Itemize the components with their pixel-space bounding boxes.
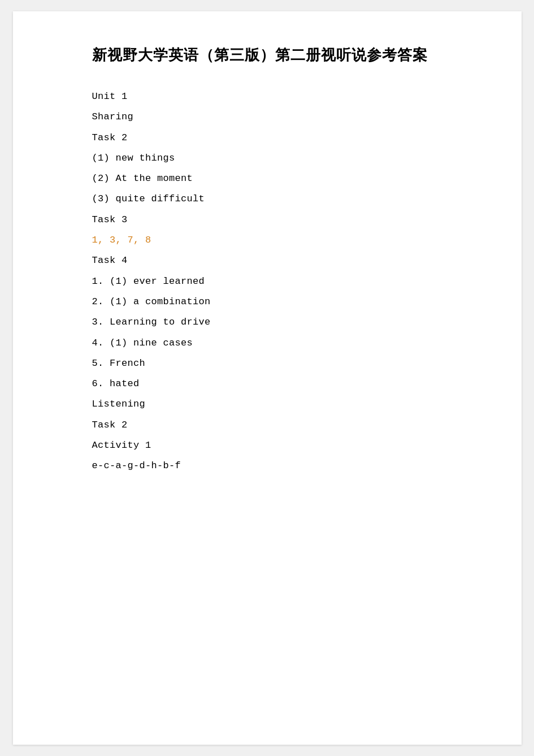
content-section: Unit 1SharingTask 2(1) new things(2) At … [92,88,476,476]
content-line-ltask2: Task 2 [92,416,476,434]
content-line-t4item3: 3. Learning to drive [92,313,476,331]
content-line-task2: Task 2 [92,129,476,147]
content-line-item2: (2) At the moment [92,170,476,188]
page-title: 新视野大学英语（第三版）第二册视听说参考答案 [92,45,476,65]
content-line-item3: (3) quite difficult [92,190,476,208]
content-line-item1: (1) new things [92,149,476,167]
content-line-task3: Task 3 [92,211,476,229]
document-page: 新视野大学英语（第三版）第二册视听说参考答案 Unit 1SharingTask… [13,11,522,745]
content-line-t4item4: 4. (1) nine cases [92,334,476,352]
content-line-t4item1: 1. (1) ever learned [92,273,476,291]
content-line-t4item5: 5. French [92,355,476,373]
content-line-task3ans: 1, 3, 7, 8 [92,231,476,249]
content-line-activity1: Activity 1 [92,437,476,455]
content-line-t4item2: 2. (1) a combination [92,293,476,311]
content-line-task4: Task 4 [92,252,476,270]
content-line-listening: Listening [92,395,476,413]
content-line-actans: e-c-a-g-d-h-b-f [92,457,476,475]
content-line-t4item6: 6. hated [92,375,476,393]
content-line-sharing: Sharing [92,108,476,126]
content-line-unit1: Unit 1 [92,88,476,106]
